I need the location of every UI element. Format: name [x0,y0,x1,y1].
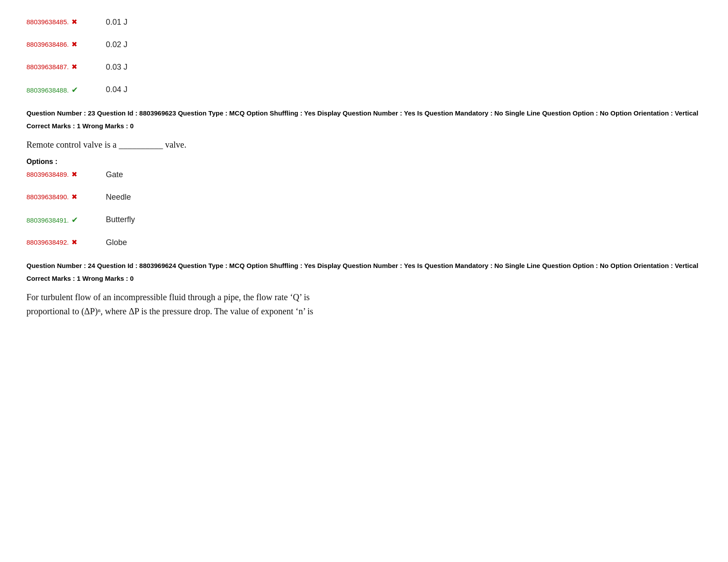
cross-icon: ✖ [71,238,77,246]
option-id-text: 88039638492. [26,238,69,246]
cross-icon: ✖ [71,18,77,26]
cross-icon: ✖ [71,63,77,71]
option-row: 88039638491. ✔ Butterfly [26,215,702,225]
option-text: 0.03 J [106,63,127,72]
option-id: 88039638486. ✖ [26,40,106,48]
option-id-text: 88039638485. [26,18,69,26]
option-id-text: 88039638490. [26,193,69,201]
question-24-marks: Correct Marks : 1 Wrong Marks : 0 [26,275,702,282]
option-id: 88039638488. ✔ [26,85,106,95]
option-id: 88039638491. ✔ [26,215,106,225]
option-text: Butterfly [106,215,135,224]
option-id: 88039638492. ✖ [26,238,106,246]
option-id-text: 88039638487. [26,63,69,71]
option-row: 88039638489. ✖ Gate [26,170,702,179]
option-id-text: 88039638491. [26,216,69,224]
cross-icon: ✖ [71,193,77,201]
option-id: 88039638490. ✖ [26,193,106,201]
option-row: 88039638486. ✖ 0.02 J [26,40,702,49]
options-group-1: 88039638485. ✖ 0.01 J 88039638486. ✖ 0.0… [26,18,702,95]
option-id: 88039638485. ✖ [26,18,106,26]
cross-icon: ✖ [71,170,77,179]
check-icon: ✔ [71,215,78,225]
check-icon: ✔ [71,85,78,95]
option-row: 88039638485. ✖ 0.01 J [26,18,702,27]
option-text: 0.04 J [106,85,127,94]
option-row: 88039638487. ✖ 0.03 J [26,63,702,72]
option-id-text: 88039638486. [26,41,69,48]
option-id: 88039638487. ✖ [26,63,106,71]
option-row: 88039638490. ✖ Needle [26,193,702,202]
option-row: 88039638488. ✔ 0.04 J [26,85,702,95]
option-id-text: 88039638489. [26,171,69,178]
question-23-marks: Correct Marks : 1 Wrong Marks : 0 [26,122,702,130]
question-24-text-line1: For turbulent flow of an incompressible … [26,290,702,318]
question-23-meta: Question Number : 23 Question Id : 88039… [26,108,702,119]
question-24: Question Number : 24 Question Id : 88039… [26,261,702,318]
question-23-text: Remote control valve is a __________ val… [26,138,702,152]
option-text: Gate [106,170,123,179]
option-row: 88039638492. ✖ Globe [26,238,702,247]
option-text: 0.02 J [106,40,127,49]
question-23: Question Number : 23 Question Id : 88039… [26,108,702,247]
option-text: 0.01 J [106,18,127,27]
options-label: Options : [26,158,702,166]
question-24-meta: Question Number : 24 Question Id : 88039… [26,261,702,271]
option-text: Needle [106,193,131,202]
option-id-text: 88039638488. [26,86,69,94]
cross-icon: ✖ [71,40,77,48]
option-id: 88039638489. ✖ [26,170,106,179]
option-text: Globe [106,238,127,247]
